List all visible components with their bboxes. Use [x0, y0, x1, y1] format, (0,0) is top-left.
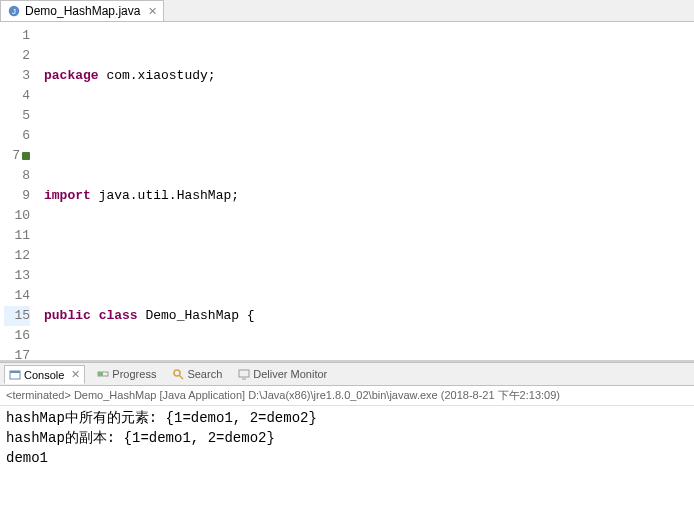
line-number: 5 — [4, 106, 30, 126]
tab-deliver-label: Deliver Monitor — [253, 368, 327, 380]
line-number: 1 — [4, 26, 30, 46]
code-line — [38, 246, 694, 266]
line-number: 9 — [4, 186, 30, 206]
code-editor[interactable]: 1 2 3 4 5 6 7 8 9 10 11 12 13 14 15 16 1… — [0, 22, 694, 360]
monitor-icon — [238, 368, 250, 380]
console-output[interactable]: hashMap中所有的元素: {1=demo1, 2=demo2} hashMa… — [0, 406, 694, 507]
console-output-line: hashMap的副本: {1=demo1, 2=demo2} — [6, 428, 688, 448]
java-file-icon: J — [7, 4, 21, 18]
svg-rect-5 — [98, 372, 103, 376]
console-icon — [9, 369, 21, 381]
tab-console[interactable]: Console ✕ — [4, 365, 85, 384]
console-output-line: hashMap中所有的元素: {1=demo1, 2=demo2} — [6, 408, 688, 428]
svg-line-7 — [180, 376, 184, 380]
line-number: 2 — [4, 46, 30, 66]
svg-rect-8 — [239, 370, 249, 377]
tab-deliver-monitor[interactable]: Deliver Monitor — [234, 366, 331, 382]
console-tab-bar: Console ✕ Progress Search Deliver Monito… — [0, 363, 694, 386]
tab-progress-label: Progress — [112, 368, 156, 380]
editor-tab-bar: J Demo_HashMap.java ✕ — [0, 0, 694, 22]
line-number: 7 — [4, 146, 30, 166]
close-icon[interactable]: ✕ — [71, 368, 80, 381]
editor-tab[interactable]: J Demo_HashMap.java ✕ — [0, 0, 164, 21]
line-number: 3 — [4, 66, 30, 86]
override-marker-icon — [22, 152, 30, 160]
line-number: 14 — [4, 286, 30, 306]
tab-progress[interactable]: Progress — [93, 366, 160, 382]
code-line: import java.util.HashMap; — [38, 186, 694, 206]
line-number: 6 — [4, 126, 30, 146]
editor-tab-label: Demo_HashMap.java — [25, 4, 140, 18]
search-icon — [172, 368, 184, 380]
svg-point-6 — [174, 370, 180, 376]
line-number: 8 — [4, 166, 30, 186]
svg-rect-3 — [10, 371, 20, 373]
tab-search-label: Search — [187, 368, 222, 380]
tab-console-label: Console — [24, 369, 64, 381]
close-icon[interactable]: ✕ — [148, 5, 157, 18]
line-number: 12 — [4, 246, 30, 266]
progress-icon — [97, 368, 109, 380]
code-content[interactable]: package com.xiaostudy; import java.util.… — [38, 22, 694, 360]
line-number: 4 — [4, 86, 30, 106]
console-panel: Console ✕ Progress Search Deliver Monito… — [0, 362, 694, 507]
svg-text:J: J — [12, 7, 16, 16]
tab-search[interactable]: Search — [168, 366, 226, 382]
line-number: 17 — [4, 346, 30, 360]
code-line: package com.xiaostudy; — [38, 66, 694, 86]
line-number: 11 — [4, 226, 30, 246]
line-number-gutter: 1 2 3 4 5 6 7 8 9 10 11 12 13 14 15 16 1… — [0, 22, 38, 360]
line-number: 16 — [4, 326, 30, 346]
code-line: public class Demo_HashMap { — [38, 306, 694, 326]
console-output-line: demo1 — [6, 448, 688, 468]
line-number: 10 — [4, 206, 30, 226]
code-line — [38, 126, 694, 146]
line-number: 13 — [4, 266, 30, 286]
line-number: 15 — [4, 306, 30, 326]
console-status-line: <terminated> Demo_HashMap [Java Applicat… — [0, 386, 694, 406]
